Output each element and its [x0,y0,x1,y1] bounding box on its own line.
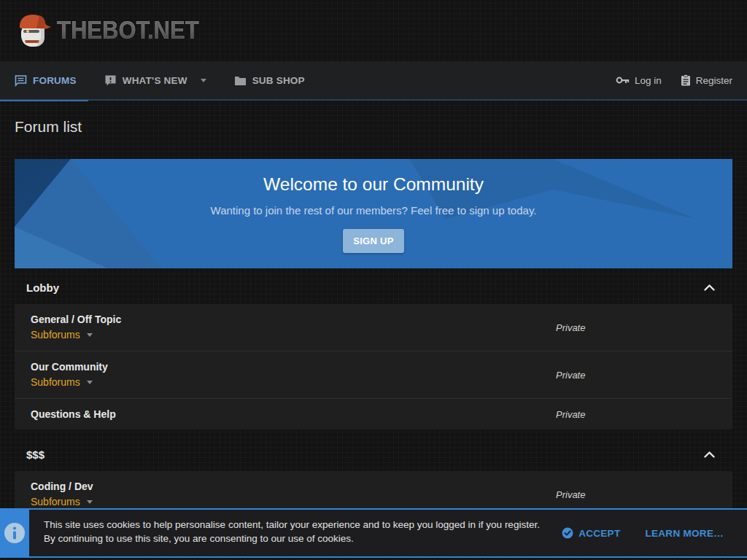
status-label: Private [556,322,716,333]
cookie-actions: ACCEPT LEARN MORE… [562,510,747,556]
forum-panel-lobby: General / Off Topic Subforums Private Ou… [15,304,732,429]
status-label: Private [556,489,716,500]
nav-tab-label: FORUMS [33,75,77,86]
forum-row: Our Community Subforums Private [15,351,732,398]
category-header-lobby: Lobby [15,268,732,304]
site-header: THEBOT.NET [0,0,747,61]
chevron-down-icon [87,333,93,337]
forum-title-link[interactable]: Coding / Dev [31,481,556,492]
subforums-link[interactable]: Subforums [31,376,93,388]
nav-tab-whats-new[interactable]: WHAT'S NEW [104,61,206,100]
login-label: Log in [635,75,662,86]
forum-info: General / Off Topic Subforums [31,314,556,341]
chevron-down-icon[interactable] [201,79,206,82]
comment-icon [15,74,27,87]
site-logo[interactable]: THEBOT.NET [15,9,199,52]
chevron-down-icon [87,500,93,504]
category-name: Lobby [26,281,59,294]
clipboard-icon [681,74,691,86]
status-label: Private [556,370,716,381]
nav-tab-label: WHAT'S NEW [123,75,187,86]
cookie-notice-bar: This site uses cookies to help personali… [0,508,747,558]
forum-title-link[interactable]: Questions & Help [31,408,556,420]
nav-left: FORUMS WHAT'S NEW SUB SHOP [15,61,616,100]
page-title: Forum list [15,118,732,136]
category-header-money: $$$ [15,435,732,471]
chevron-up-icon[interactable] [704,284,715,291]
site-title: THEBOT.NET [57,16,199,45]
subforums-link[interactable]: Subforums [31,496,93,508]
folder-icon [234,75,247,86]
subforums-label: Subforums [31,376,80,388]
subforums-label: Subforums [31,329,80,341]
sign-up-button[interactable]: SIGN UP [343,229,404,253]
cookie-info-cell [0,510,29,556]
welcome-banner: Welcome to our Community Wanting to join… [15,159,732,268]
cookie-message-line2: By continuing to use this site, you are … [44,532,547,545]
chevron-down-icon [87,381,93,384]
forum-info: Our Community Subforums [31,361,556,389]
forum-title-link[interactable]: General / Off Topic [31,314,556,325]
status-label: Private [556,409,716,420]
register-label: Register [696,75,732,86]
check-circle-icon [562,527,573,539]
accept-cookies-button[interactable]: ACCEPT [562,527,620,539]
cookie-message: This site uses cookies to help personali… [29,510,562,556]
forum-info: Coding / Dev Subforums [31,481,556,508]
nav-right: Log in Register [616,74,732,86]
banner-subtitle: Wanting to join the rest of our members?… [211,204,537,217]
learn-more-button[interactable]: LEARN MORE… [645,528,724,539]
login-link[interactable]: Log in [616,75,662,86]
forum-info: Questions & Help [31,408,556,420]
category-name: $$$ [26,448,44,461]
nav-tab-label: SUB SHOP [252,75,305,86]
chevron-up-icon[interactable] [704,451,715,458]
key-icon [616,76,630,85]
subforums-label: Subforums [31,496,80,508]
register-link[interactable]: Register [681,74,732,86]
alert-bubble-icon [104,74,117,87]
robot-logo-icon [15,9,54,52]
subforums-link[interactable]: Subforums [31,329,93,341]
forum-row: Questions & Help Private [15,398,732,429]
cookie-message-line1: This site uses cookies to help personali… [44,518,547,532]
nav-tab-forums[interactable]: FORUMS [15,61,77,100]
nav-tab-sub-shop[interactable]: SUB SHOP [234,61,305,100]
main-nav: FORUMS WHAT'S NEW SUB SHOP [0,61,747,101]
forum-row: General / Off Topic Subforums Private [15,304,732,351]
learn-more-label: LEARN MORE… [645,528,724,539]
accept-label: ACCEPT [578,528,620,539]
main-content: Forum list Welcome to our Community Want… [0,118,747,518]
info-icon [4,522,26,544]
banner-title: Welcome to our Community [263,174,484,195]
forum-title-link[interactable]: Our Community [31,361,556,373]
